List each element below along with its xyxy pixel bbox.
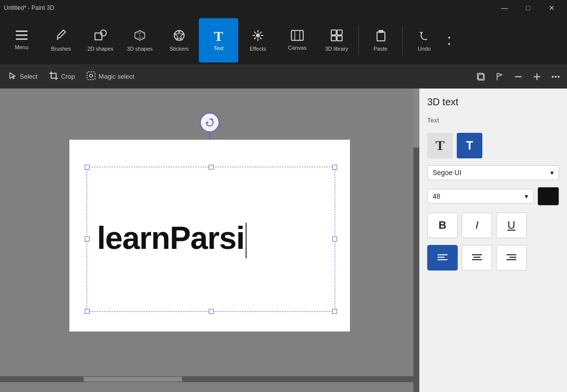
align-center-icon bbox=[472, 253, 482, 262]
flag-icon[interactable] bbox=[492, 69, 507, 84]
stickers-label: Stickers bbox=[169, 46, 189, 52]
handle-bottom-middle[interactable] bbox=[209, 309, 214, 314]
brushes-button[interactable]: Brushes bbox=[41, 18, 81, 62]
svg-rect-15 bbox=[291, 30, 303, 40]
plus-icon[interactable] bbox=[530, 69, 544, 84]
svg-rect-19 bbox=[337, 30, 342, 35]
3dlibrary-label: 3D library bbox=[325, 46, 348, 52]
canvas-scrollbar-horizontal-thumb[interactable] bbox=[84, 377, 182, 382]
svg-rect-25 bbox=[87, 72, 95, 80]
svg-line-12 bbox=[260, 37, 262, 39]
bold-button[interactable]: B bbox=[427, 212, 458, 238]
undo-label: Undo bbox=[418, 46, 431, 52]
canvas-icon bbox=[291, 30, 304, 43]
svg-line-14 bbox=[254, 37, 256, 39]
magic-select-tool[interactable]: Magic select bbox=[82, 69, 139, 84]
chevron-up-icon: ▴ bbox=[448, 40, 450, 46]
magic-select-icon bbox=[87, 71, 95, 82]
underline-button[interactable]: U bbox=[496, 212, 527, 238]
app-title: Untitled* - Paint 3D bbox=[4, 4, 54, 11]
crop-icon bbox=[49, 71, 58, 82]
menu-label: Menu bbox=[15, 44, 29, 50]
svg-rect-22 bbox=[377, 32, 385, 41]
handle-middle-left[interactable] bbox=[85, 237, 90, 241]
effects-label: Effects bbox=[250, 46, 266, 52]
select-tool[interactable]: Select bbox=[4, 70, 42, 84]
2dshapes-button[interactable]: 2D shapes bbox=[81, 18, 120, 62]
svg-point-6 bbox=[256, 33, 260, 37]
secondary-toolbar-extras bbox=[473, 69, 563, 84]
2dshapes-icon bbox=[94, 29, 107, 44]
text-selection-box[interactable]: learnParsi bbox=[87, 167, 335, 312]
handle-middle-right[interactable] bbox=[332, 237, 337, 241]
canvas-button[interactable]: Canvas bbox=[278, 18, 317, 62]
rotation-handle[interactable] bbox=[200, 113, 220, 140]
handle-top-middle[interactable] bbox=[209, 165, 214, 170]
color-swatch[interactable] bbox=[537, 187, 559, 206]
magic-select-label: Magic select bbox=[98, 73, 134, 80]
canvas-scrollbar-vertical[interactable] bbox=[413, 89, 419, 392]
handle-top-right[interactable] bbox=[332, 165, 337, 170]
handle-top-left[interactable] bbox=[85, 165, 90, 170]
text-cursor bbox=[246, 223, 247, 258]
secondary-toolbar: Select Crop Magic select bbox=[0, 65, 567, 89]
align-center-button[interactable] bbox=[462, 245, 492, 271]
font-selector[interactable]: Segoe UI ▾ bbox=[427, 165, 559, 180]
svg-rect-2 bbox=[16, 38, 28, 40]
text-3d-icon: T bbox=[466, 139, 473, 152]
select-icon bbox=[9, 72, 17, 82]
svg-rect-18 bbox=[331, 30, 336, 35]
menu-button[interactable]: Menu bbox=[2, 18, 41, 62]
italic-button[interactable]: I bbox=[462, 212, 492, 238]
2dshapes-label: 2D shapes bbox=[88, 46, 114, 52]
align-left-icon bbox=[437, 253, 448, 262]
svg-line-13 bbox=[260, 31, 262, 33]
svg-marker-24 bbox=[420, 32, 423, 34]
effects-button[interactable]: Effects bbox=[238, 18, 278, 62]
close-button[interactable]: ✕ bbox=[540, 0, 563, 16]
toolbar-expand-button[interactable]: ▾ ▴ bbox=[444, 18, 454, 62]
text-2d-button[interactable]: T bbox=[427, 133, 453, 158]
handle-bottom-right[interactable] bbox=[332, 309, 337, 314]
stickers-button[interactable]: Stickers bbox=[159, 18, 199, 62]
3dshapes-button[interactable]: 3D shapes bbox=[120, 18, 159, 62]
text-button[interactable]: T Text bbox=[199, 18, 238, 62]
align-right-button[interactable] bbox=[496, 245, 527, 271]
stickers-icon bbox=[173, 29, 186, 44]
paste-button[interactable]: Paste bbox=[361, 18, 400, 62]
crop-tool[interactable]: Crop bbox=[44, 69, 80, 84]
minus-icon[interactable] bbox=[511, 69, 526, 84]
italic-icon: I bbox=[475, 219, 478, 232]
svg-point-34 bbox=[558, 76, 560, 78]
minimize-button[interactable]: — bbox=[493, 0, 516, 16]
canvas-scrollbar-horizontal[interactable] bbox=[0, 376, 419, 382]
svg-point-33 bbox=[555, 76, 557, 78]
main-toolbar: Menu Brushes 2D shapes 3D shapes bbox=[0, 16, 567, 65]
maximize-button[interactable]: □ bbox=[517, 0, 539, 16]
more-icon[interactable] bbox=[548, 69, 563, 84]
paint-canvas: learnParsi bbox=[69, 140, 350, 332]
paste-icon bbox=[374, 29, 387, 44]
text-label: Text bbox=[214, 45, 223, 51]
crop-label: Crop bbox=[61, 73, 75, 80]
canvas-text[interactable]: learnParsi bbox=[97, 220, 247, 258]
handle-bottom-left[interactable] bbox=[85, 309, 90, 314]
rotation-circle-icon bbox=[200, 113, 220, 132]
text-3d-button[interactable]: T bbox=[457, 133, 482, 158]
3dlibrary-button[interactable]: 3D library bbox=[317, 18, 356, 62]
align-left-button[interactable] bbox=[427, 245, 458, 271]
svg-point-5 bbox=[174, 30, 184, 40]
canvas-scrollbar-vertical-thumb[interactable] bbox=[413, 89, 419, 148]
svg-rect-21 bbox=[337, 36, 342, 41]
svg-rect-1 bbox=[16, 34, 28, 36]
undo-button[interactable]: Undo bbox=[405, 18, 444, 62]
svg-point-32 bbox=[552, 76, 554, 78]
copy-icon[interactable] bbox=[473, 69, 488, 84]
panel-title: 3D text bbox=[427, 96, 559, 108]
right-panel: 3D text Text T T Segoe UI ▾ 48 ▾ bbox=[419, 89, 567, 392]
title-controls: — □ ✕ bbox=[493, 0, 563, 16]
align-right-icon bbox=[506, 253, 517, 262]
font-size-selector[interactable]: 48 ▾ bbox=[427, 189, 534, 204]
align-row bbox=[427, 245, 559, 271]
canvas-area[interactable]: learnParsi bbox=[0, 89, 419, 392]
